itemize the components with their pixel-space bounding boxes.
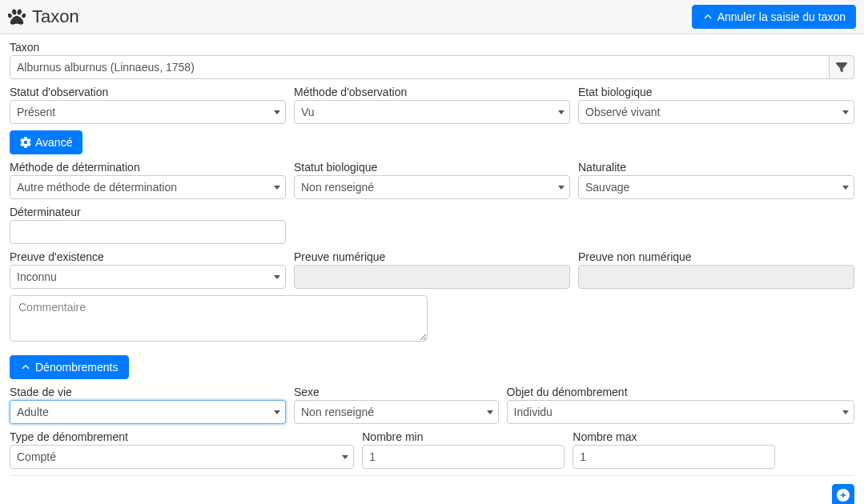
taxon-filter-button[interactable] (830, 55, 854, 79)
commentaire-textarea[interactable] (10, 295, 428, 342)
objet-denom-value: Individu (514, 406, 553, 418)
preuve-non-num-input (578, 265, 854, 289)
chevron-up-icon (20, 362, 31, 373)
nombre-min-label: Nombre min (362, 430, 565, 443)
methode-det-value: Autre méthode de détermination (17, 181, 177, 194)
methode-obs-label: Méthode d'observation (294, 86, 570, 98)
naturalite-value: Sauvage (585, 181, 629, 194)
advanced-toggle-button[interactable]: Avancé (10, 130, 82, 154)
preuve-exist-select[interactable]: Inconnu (10, 265, 286, 289)
filter-icon (836, 62, 847, 73)
determinateur-input[interactable] (10, 220, 286, 244)
methode-obs-value: Vu (301, 106, 315, 118)
preuve-exist-label: Preuve d'existence (10, 250, 286, 263)
paw-icon (8, 8, 26, 26)
type-denom-value: Compté (17, 450, 56, 463)
type-denom-select[interactable]: Compté (10, 445, 354, 469)
naturalite-label: Naturalite (578, 161, 854, 174)
preuve-num-input (294, 265, 570, 289)
statut-obs-value: Présent (17, 106, 55, 118)
stade-vie-select[interactable]: Adulte (10, 400, 286, 424)
objet-denom-label: Objet du dénombrement (507, 386, 854, 398)
objet-denom-select[interactable]: Individu (507, 400, 854, 424)
statut-obs-select[interactable]: Présent (10, 100, 286, 124)
statut-obs-label: Statut d'observation (10, 86, 286, 98)
plus-circle-icon (837, 489, 850, 502)
advanced-button-label: Avancé (35, 136, 72, 149)
taxon-value: Alburnus alburnus (Linnaeus, 1758) (17, 61, 195, 74)
nombre-max-label: Nombre max (573, 430, 775, 443)
preuve-exist-value: Inconnu (17, 270, 57, 283)
statut-bio-value: Non renseigné (301, 181, 374, 194)
taxon-label: Taxon (10, 41, 854, 54)
preuve-non-num-label: Preuve non numérique (578, 250, 854, 263)
add-denombrement-button[interactable] (832, 484, 854, 504)
naturalite-select[interactable]: Sauvage (578, 175, 854, 199)
taxon-input[interactable]: Alburnus alburnus (Linnaeus, 1758) (10, 55, 830, 79)
etat-bio-label: Etat biologique (578, 86, 854, 98)
nombre-min-value: 1 (369, 450, 376, 463)
stade-vie-value: Adulte (17, 406, 49, 418)
statut-bio-select[interactable]: Non renseigné (294, 175, 570, 199)
nombre-max-input[interactable]: 1 (573, 445, 775, 469)
nombre-min-input[interactable]: 1 (362, 445, 565, 469)
preuve-num-label: Preuve numérique (294, 250, 570, 263)
cancel-button-label: Annuler la saisie du taxon (717, 10, 846, 23)
cancel-taxon-button[interactable]: Annuler la saisie du taxon (692, 5, 856, 29)
etat-bio-select[interactable]: Observé vivant (578, 100, 854, 124)
header-bar: Taxon Annuler la saisie du taxon (0, 0, 864, 34)
denombrements-toggle-button[interactable]: Dénombrements (10, 355, 129, 379)
denombrements-label: Dénombrements (35, 361, 119, 374)
chevron-up-icon (702, 11, 713, 22)
page-title-text: Taxon (32, 6, 79, 27)
sexe-value: Non renseigné (301, 406, 374, 418)
determinateur-label: Déterminateur (10, 206, 286, 218)
methode-obs-select[interactable]: Vu (294, 100, 570, 124)
methode-det-label: Méthode de détermination (10, 161, 286, 174)
page-title: Taxon (8, 6, 79, 27)
type-denom-label: Type de dénombrement (10, 430, 354, 443)
stade-vie-label: Stade de vie (10, 386, 286, 398)
nombre-max-value: 1 (580, 450, 586, 463)
sexe-label: Sexe (294, 386, 499, 398)
sexe-select[interactable]: Non renseigné (294, 400, 499, 424)
methode-det-select[interactable]: Autre méthode de détermination (10, 175, 286, 199)
divider (10, 475, 854, 476)
gear-icon (20, 137, 31, 148)
statut-bio-label: Statut biologique (294, 161, 570, 174)
etat-bio-value: Observé vivant (585, 106, 660, 118)
